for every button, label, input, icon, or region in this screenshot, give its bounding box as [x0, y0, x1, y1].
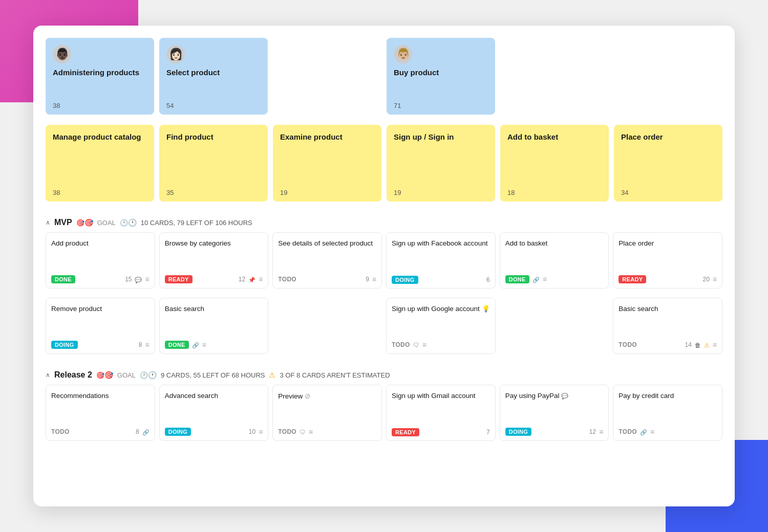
epic-card-examine-product[interactable]: Examine product 19 [273, 125, 381, 202]
mvp-cards-row2: Remove product DOING 8 Basic search DONE… [46, 298, 722, 354]
list-icon [259, 427, 263, 436]
task-count: 10 [249, 428, 255, 435]
list-icon [543, 275, 547, 284]
task-title: Sign up with Facebook account [392, 239, 490, 270]
mvp-caret-icon[interactable]: ∧ [46, 219, 50, 226]
attach-icon [142, 427, 150, 436]
task-footer: TODO [392, 340, 490, 349]
task-card-basic-search-2[interactable]: Basic search TODO 14 [613, 298, 722, 354]
badge-doing: DOING [505, 428, 532, 436]
task-count: 7 [486, 429, 490, 436]
attach-icon [192, 340, 199, 349]
task-card-recommendations[interactable]: Recommendations TODO 8 [46, 385, 155, 441]
task-card-place-order[interactable]: Place order READY 20 [613, 232, 722, 289]
epic-card-administering[interactable]: Administering products 38 [46, 38, 154, 115]
epic-number-r2-3: 19 [280, 189, 374, 196]
task-card-see-details[interactable]: See details of selected product TODO 9 [272, 232, 382, 289]
release2-cards-row1: Recommendations TODO 8 Advanced search D… [46, 385, 722, 441]
badge-doing: DOING [51, 341, 78, 349]
task-card-preview[interactable]: Preview TODO [272, 385, 382, 441]
release2-section-name: Release 2 [54, 370, 92, 380]
task-card-advanced-search[interactable]: Advanced search DOING 10 [159, 385, 269, 441]
epic-number-r2-1: 38 [53, 189, 147, 196]
badge-todo: TODO [618, 428, 637, 435]
task-footer: READY 20 [618, 275, 717, 284]
epic-number-r2-2: 35 [166, 189, 261, 196]
chat-icon [561, 392, 568, 400]
task-title: See details of selected product [278, 239, 376, 269]
chat2-icon [300, 427, 306, 436]
epic-card-find-product[interactable]: Find product 35 [159, 125, 268, 202]
task-title: Advanced search [165, 391, 263, 421]
task-card-signup-google[interactable]: Sign up with Google account TODO [386, 298, 496, 354]
task-card-basic-search[interactable]: Basic search DONE [159, 298, 269, 354]
task-count: 12 [239, 276, 245, 283]
badge-todo: TODO [278, 276, 296, 283]
list-icon [309, 427, 313, 436]
task-footer: TODO 8 [51, 427, 150, 436]
task-card-remove-product[interactable]: Remove product DOING 8 [46, 298, 155, 354]
epic-number-r2-4: 19 [394, 189, 488, 196]
list-icon [145, 275, 149, 284]
task-card-signup-gmail[interactable]: Sign up with Gmail account READY 7 [386, 385, 496, 441]
task-footer: TODO 14 [618, 340, 717, 349]
epic-number-2: 54 [166, 102, 261, 109]
epic-card-buy-product[interactable]: Buy product 71 [387, 38, 495, 115]
attach-icon [640, 427, 647, 436]
task-footer: TODO [618, 427, 717, 436]
badge-todo: TODO [278, 428, 296, 435]
task-count: 9 [366, 276, 369, 283]
delete-icon [695, 340, 701, 349]
badge-ready: READY [392, 428, 419, 436]
task-footer: READY 12 [165, 275, 263, 284]
task-count: 12 [589, 428, 596, 435]
epics-row-blue: Administering products 38 Select product… [46, 38, 722, 115]
release2-caret-icon[interactable]: ∧ [46, 371, 50, 379]
epic-title-r2-6: Place order [621, 132, 715, 185]
warn-icon [704, 340, 710, 349]
task-card-add-basket[interactable]: Add to basket DONE [500, 232, 609, 289]
task-footer: DOING 12 [505, 427, 604, 436]
list-icon [713, 340, 717, 349]
epic-number-r2-6: 34 [621, 189, 715, 196]
epic-title-r2-4: Sign up / Sign in [394, 132, 488, 185]
task-footer: TODO [278, 427, 376, 436]
badge-doing: DOING [165, 428, 191, 436]
task-count: 8 [139, 341, 142, 348]
list-icon [713, 275, 717, 284]
epic-title-4: Buy product [394, 68, 488, 78]
task-title: Place order [618, 239, 717, 269]
epic-title-2: Select product [166, 68, 261, 78]
task-card-pay-paypal[interactable]: Pay using PayPal DOING 12 [500, 385, 609, 441]
main-card: Administering products 38 Select product… [33, 26, 735, 506]
epic-card-signup-signin[interactable]: Sign up / Sign in 19 [387, 125, 495, 202]
epic-title-r2-2: Find product [166, 132, 261, 185]
goal-icon: 🎯 [76, 218, 93, 227]
task-title: Browse by categories [165, 239, 263, 269]
epic-card-empty-5 [500, 38, 609, 115]
list-icon [372, 275, 376, 284]
task-card-pay-credit-card[interactable]: Pay by credit card TODO [613, 385, 722, 441]
task-title: Sign up with Gmail account [392, 391, 490, 422]
task-card-add-product[interactable]: Add product DONE 15 [46, 232, 155, 289]
task-footer: TODO 9 [278, 275, 376, 284]
epic-card-place-order[interactable]: Place order 34 [614, 125, 722, 202]
badge-done: DONE [165, 341, 189, 349]
task-card-browse-categories[interactable]: Browse by categories READY 12 [159, 232, 269, 289]
list-icon [599, 427, 603, 436]
bulb-icon [482, 305, 490, 313]
epic-card-manage-catalog[interactable]: Manage product catalog 38 [46, 125, 154, 202]
avatar-1 [53, 45, 71, 63]
epic-number-4: 71 [394, 102, 488, 109]
epic-title-1: Administering products [53, 68, 147, 78]
task-card-signup-facebook[interactable]: Sign up with Facebook account DOING 6 [386, 232, 496, 289]
forbidden-icon [305, 392, 311, 400]
task-footer: DONE 15 [51, 275, 150, 284]
epic-title-r2-1: Manage product catalog [53, 132, 147, 185]
epic-card-add-to-basket[interactable]: Add to basket 18 [500, 125, 609, 202]
release2-section-meta: 9 CARDS, 55 LEFT OF 68 HOURS [161, 371, 265, 379]
badge-todo: TODO [618, 341, 637, 348]
epics-row-yellow: Manage product catalog 38 Find product 3… [46, 125, 722, 202]
clock-icon: 🕐 [120, 218, 137, 227]
epic-card-select-product[interactable]: Select product 54 [159, 38, 268, 115]
